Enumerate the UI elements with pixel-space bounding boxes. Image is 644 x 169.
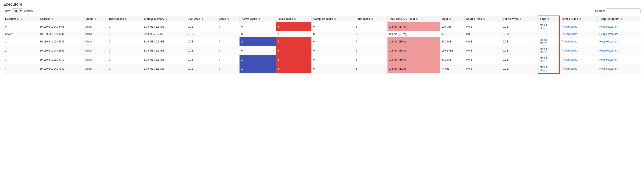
table-cell: 6 xyxy=(276,46,312,55)
sort-arrow-task-time: ⇅ xyxy=(416,18,418,20)
table-cell: 0 xyxy=(240,31,276,37)
logs-cell xyxy=(538,31,560,37)
heap-histogram-link[interactable]: Heap Histogram xyxy=(600,33,618,36)
log-link[interactable]: stderr xyxy=(540,60,558,63)
heap-histogram-cell: Heap Histogram xyxy=(598,31,640,37)
table-cell: 10.139.64.114:37139 xyxy=(38,64,84,74)
col-header-cores[interactable]: Cores ⇅ xyxy=(217,16,240,22)
col-header-failed-tasks[interactable]: Failed Tasks ⇅ xyxy=(276,16,312,22)
sort-arrow-cores: ⇅ xyxy=(227,18,229,20)
thread-dump-cell: Thread Dump xyxy=(559,31,598,37)
table-cell: driver xyxy=(4,31,38,37)
thread-dump-link[interactable]: Thread Dump xyxy=(562,49,577,52)
heap-histogram-link[interactable]: Heap Histogram xyxy=(600,49,618,52)
table-cell: 0.0 B xyxy=(501,31,538,37)
table-cell: 3 xyxy=(4,55,38,64)
table-cell: 0 xyxy=(107,64,142,74)
table-cell: 1 xyxy=(240,64,276,74)
log-link[interactable]: stdout xyxy=(540,66,558,69)
table-cell: 1 xyxy=(240,55,276,64)
table-cell: 1.4 min (18 s) xyxy=(388,46,440,55)
log-link[interactable]: stderr xyxy=(540,69,558,72)
col-header-input[interactable]: Input ⇅ xyxy=(440,16,464,22)
table-cell: 10.139.64.115:39779 xyxy=(38,55,84,64)
col-header-rdd-blocks[interactable]: RDD Blocks ⇅ xyxy=(107,16,142,22)
sort-arrow-shuffle-write: ⇅ xyxy=(520,18,522,20)
thread-dump-link[interactable]: Thread Dump xyxy=(562,25,577,28)
table-cell: 4 xyxy=(217,37,240,46)
thread-dump-link[interactable]: Thread Dump xyxy=(562,33,577,36)
sort-arrow-input: ⇅ xyxy=(449,18,451,20)
table-cell: 10.139.64.114:42355 xyxy=(38,46,84,55)
col-header-thread-dump[interactable]: Thread Dump ⇅ xyxy=(559,16,598,22)
table-cell: 4 xyxy=(217,64,240,74)
col-header-status[interactable]: Status ⇅ xyxy=(84,16,107,22)
table-cell: 0 xyxy=(107,55,142,64)
col-header-complete-tasks[interactable]: Complete Tasks ⇅ xyxy=(312,16,354,22)
table-cell: 0.0 B xyxy=(501,55,538,64)
table-cell: Dead xyxy=(84,64,107,74)
thread-dump-cell: Thread Dump xyxy=(559,64,598,74)
table-cell: 4 xyxy=(217,55,240,64)
table-cell: 0.0 B xyxy=(501,22,538,31)
log-link[interactable]: stdout xyxy=(540,24,558,27)
heap-histogram-cell: Heap Histogram xyxy=(598,46,640,55)
logs-cell: stdoutstderr xyxy=(538,64,560,74)
search-input[interactable] xyxy=(606,9,640,13)
table-cell: 0.0 B xyxy=(186,37,217,46)
table-cell: 81.9 KiB / 6.1 GiB xyxy=(142,22,186,31)
table-cell: 0 xyxy=(240,46,276,55)
thread-dump-link[interactable]: Thread Dump xyxy=(562,67,577,70)
table-cell: 0 xyxy=(312,55,354,64)
heap-histogram-cell: Heap Histogram xyxy=(598,37,640,46)
table-cell: 0.0 B xyxy=(186,22,217,31)
heap-histogram-link[interactable]: Heap Histogram xyxy=(600,40,618,43)
log-link[interactable]: stdout xyxy=(540,47,558,50)
log-link[interactable]: stderr xyxy=(540,51,558,54)
table-cell: 0 xyxy=(312,31,354,37)
table-cell: 0.0 B xyxy=(186,55,217,64)
sort-arrow-disk-used: ⇅ xyxy=(202,18,203,20)
heap-histogram-link[interactable]: Heap Histogram xyxy=(600,25,618,28)
logs-cell: stdoutstderr xyxy=(538,55,560,64)
log-link[interactable]: stderr xyxy=(540,27,558,30)
table-cell: 74 MiB xyxy=(440,64,464,74)
heap-histogram-link[interactable]: Heap Histogram xyxy=(600,58,618,61)
table-cell: Active xyxy=(84,31,107,37)
col-header-executor-id[interactable]: Executor ID ▲ xyxy=(4,16,38,22)
thread-dump-cell: Thread Dump xyxy=(559,22,598,31)
table-cell: 0.0 B xyxy=(464,22,501,31)
col-header-address[interactable]: Address ⇅ xyxy=(38,16,84,22)
table-cell: Dead xyxy=(84,46,107,55)
sort-arrow-complete-tasks: ⇅ xyxy=(334,18,336,20)
table-cell: 0 xyxy=(276,31,312,37)
col-header-active-tasks[interactable]: Active Tasks ⇅ xyxy=(240,16,276,22)
log-link[interactable]: stdout xyxy=(540,38,558,41)
col-header-total-tasks[interactable]: Total Tasks ⇅ xyxy=(354,16,388,22)
col-header-storage-memory[interactable]: Storage Memory ⇅ xyxy=(142,16,186,22)
entries-select[interactable]: 10 20 50 100 xyxy=(12,9,23,13)
executors-table: Executor ID ▲ Address ⇅ Status ⇅ RDD Blo… xyxy=(4,16,640,74)
table-cell: 135 MiB xyxy=(440,22,464,31)
sort-arrow-shuffle-read: ⇅ xyxy=(483,18,485,20)
col-header-task-time[interactable]: Task Time (GC Time) ⇅ xyxy=(388,16,440,22)
search-bar: Search: xyxy=(595,9,640,13)
table-cell: 3 xyxy=(276,37,312,46)
col-header-disk-used[interactable]: Disk Used ⇅ xyxy=(186,16,217,22)
table-cell: 81.9 KiB / 6.1 GiB xyxy=(142,46,186,55)
col-header-shuffle-write[interactable]: Shuffle Write ⇅ xyxy=(501,16,538,22)
table-cell: 2 xyxy=(240,37,276,46)
log-link[interactable]: stderr xyxy=(540,42,558,45)
col-header-shuffle-read[interactable]: Shuffle Read ⇅ xyxy=(464,16,501,22)
col-header-heap-histogram[interactable]: Heap Histogram ⇅ xyxy=(598,16,640,22)
table-cell: 0 xyxy=(107,37,142,46)
log-link[interactable]: stdout xyxy=(540,57,558,60)
table-cell: 81.9 KiB / 6.1 GiB xyxy=(142,55,186,64)
table-cell: 0.0 B xyxy=(186,31,217,37)
table-cell: Dead xyxy=(84,55,107,64)
col-header-logs[interactable]: Logs ⇅ xyxy=(538,16,560,22)
heap-histogram-link[interactable]: Heap Histogram xyxy=(600,67,618,70)
thread-dump-link[interactable]: Thread Dump xyxy=(562,40,577,43)
sort-arrow-address: ⇅ xyxy=(52,18,53,20)
thread-dump-link[interactable]: Thread Dump xyxy=(562,58,577,61)
